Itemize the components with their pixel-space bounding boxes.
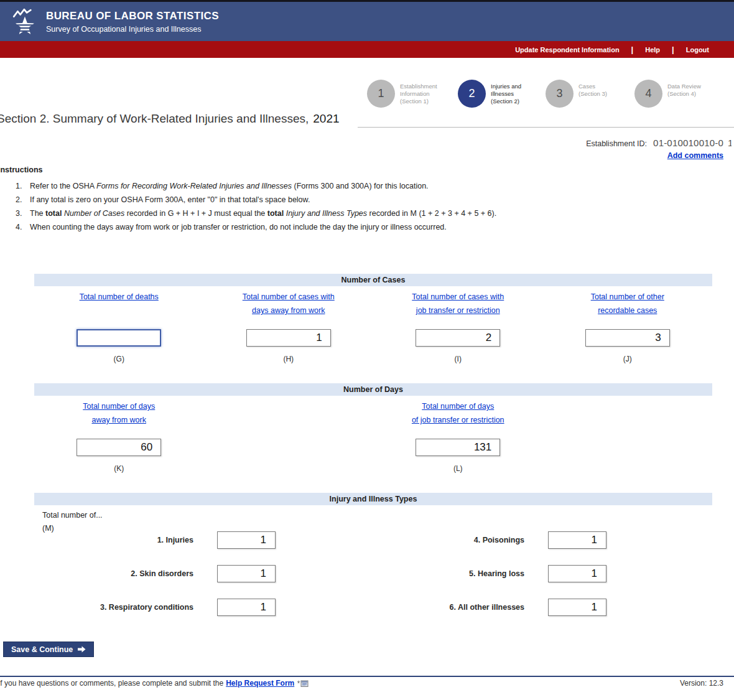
step-2-label: Injuries and Illnesses (Section 2)	[491, 80, 521, 108]
days-job-transfer-link-block: Total number of days of job transfer or …	[412, 399, 504, 427]
input-i-cases-job-transfer[interactable]	[416, 329, 500, 347]
save-continue-button[interactable]: Save & Continue	[3, 642, 94, 657]
instructions-section: Instructions 1. Refer to the OSHA Forms …	[0, 166, 734, 234]
instruction-item: 2. If any total is zero on your OSHA For…	[0, 193, 734, 207]
step-4-circle[interactable]: 4	[634, 80, 662, 108]
step-establishment-information[interactable]: 1 Establishment Information (Section 1)	[367, 80, 437, 108]
footer-message: If you have questions or comments, pleas…	[0, 679, 309, 688]
days-column-away-from-work: Total number of days away from work (K)	[34, 396, 204, 473]
types-intro-text: Total number of...	[42, 509, 712, 522]
nav-separator: |	[631, 45, 634, 54]
type-row-respiratory: 3. Respiratory conditions	[34, 599, 276, 616]
types-left-column: 1. Injuries 2. Skin disorders 3. Respira…	[34, 531, 276, 632]
cases-job-transfer-link-line1[interactable]: Total number of cases with	[412, 290, 504, 304]
number-of-cases-section: Number of Cases Total number of deaths (…	[34, 274, 712, 363]
field-letter-g: (G)	[114, 355, 124, 363]
days-away-link-line2[interactable]: away from work	[83, 413, 155, 427]
instruction-number: 2.	[16, 193, 26, 207]
input-m3-respiratory[interactable]	[217, 599, 276, 616]
input-m2-skin-disorders[interactable]	[217, 565, 276, 582]
input-k-days-away[interactable]	[77, 439, 161, 456]
skin-disorders-label: 2. Skin disorders	[131, 569, 193, 578]
instruction-item: 4. When counting the days away from work…	[0, 220, 734, 234]
step-data-review[interactable]: 4 Data Review (Section 4)	[634, 80, 701, 108]
cases-days-away-link-line2[interactable]: days away from work	[243, 304, 335, 317]
establishment-id-clipped: 1	[728, 138, 732, 148]
other-recordable-link-line1[interactable]: Total number of other	[591, 290, 664, 304]
days-column-spacer	[543, 396, 713, 473]
step-4-label-line: (Section 4)	[667, 90, 701, 98]
input-j-other-recordable[interactable]	[585, 329, 670, 347]
injury-illness-types-section: Injury and Illness Types Total number of…	[34, 493, 712, 648]
cases-days-away-link-line1[interactable]: Total number of cases with	[243, 290, 335, 304]
hearing-loss-label: 5. Hearing loss	[469, 569, 524, 578]
step-3-label: Cases (Section 3)	[578, 80, 607, 108]
step-1-label-line: Information	[400, 90, 437, 98]
cases-column-other-recordable: Total number of other recordable cases (…	[543, 286, 713, 363]
instruction-number: 3.	[16, 207, 26, 220]
field-letter-j: (J)	[623, 355, 632, 363]
instructions-list: 1. Refer to the OSHA Forms for Recording…	[0, 179, 734, 234]
step-4-label-line: Data Review	[667, 83, 701, 90]
other-recordable-link-line2[interactable]: recordable cases	[591, 304, 664, 317]
days-columns: Total number of days away from work (K) …	[34, 396, 712, 473]
add-comments-link[interactable]: Add comments	[667, 151, 723, 160]
type-row-all-other: 6. All other illnesses	[331, 599, 606, 616]
help-request-form-link[interactable]: Help Request Form	[226, 679, 294, 688]
instruction-text: Refer to the OSHA Forms for Recording Wo…	[30, 179, 429, 193]
deaths-link-block: Total number of deaths	[80, 290, 159, 317]
step-3-label-line: Cases	[578, 83, 607, 90]
step-injuries-illnesses[interactable]: 2 Injuries and Illnesses (Section 2)	[458, 80, 521, 108]
instruction-text: When counting the days away from work or…	[30, 220, 447, 234]
all-other-illnesses-label: 6. All other illnesses	[450, 603, 524, 612]
field-letter-k: (K)	[114, 464, 124, 473]
field-letter-h: (H)	[283, 355, 294, 363]
update-respondent-link[interactable]: Update Respondent Information	[515, 46, 619, 54]
bls-logo-icon	[12, 7, 39, 37]
step-2-label-line: Injuries and	[491, 83, 521, 90]
page-title: Section 2. Summary of Work-Related Injur…	[0, 112, 340, 126]
help-link[interactable]: Help	[645, 46, 660, 54]
cases-job-transfer-link-line2[interactable]: job transfer or restriction	[412, 304, 504, 317]
days-away-link-block: Total number of days away from work	[83, 399, 155, 427]
instruction-item: 1. Refer to the OSHA Forms for Recording…	[0, 179, 734, 193]
brand-block: BUREAU OF LABOR STATISTICS Survey of Occ…	[46, 10, 219, 34]
version-label: Version: 12.3	[680, 679, 723, 688]
cases-columns: Total number of deaths (G) Total number …	[34, 286, 712, 363]
days-job-transfer-link-line2[interactable]: of job transfer or restriction	[412, 413, 504, 427]
total-deaths-link[interactable]: Total number of deaths	[80, 290, 159, 304]
survey-year: 2021	[313, 112, 339, 125]
step-3-label-line: (Section 3)	[578, 90, 607, 98]
type-row-poisonings: 4. Poisonings	[331, 531, 606, 549]
input-m6-all-other[interactable]	[548, 599, 606, 616]
logout-link[interactable]: Logout	[686, 46, 709, 54]
step-2-circle[interactable]: 2	[458, 80, 486, 108]
input-h-cases-days-away[interactable]	[246, 329, 331, 347]
types-right-column: 4. Poisonings 5. Hearing loss 6. All oth…	[331, 531, 606, 632]
input-m4-poisonings[interactable]	[548, 531, 606, 549]
instruction-number: 1.	[16, 179, 26, 193]
input-m1-injuries[interactable]	[217, 531, 276, 549]
field-letter-i: (I)	[455, 355, 462, 363]
survey-subtitle: Survey of Occupational Injuries and Illn…	[46, 25, 219, 34]
respiratory-conditions-label: 3. Respiratory conditions	[100, 603, 193, 612]
input-l-days-job-transfer[interactable]	[416, 439, 500, 456]
establishment-id-label: Establishment ID:	[586, 139, 647, 148]
establishment-row: Establishment ID:01-010010010-0 1	[586, 138, 723, 148]
step-2-label-line: (Section 2)	[491, 98, 521, 105]
step-1-label-line: Establishment	[400, 83, 437, 90]
step-4-label: Data Review (Section 4)	[667, 80, 701, 108]
step-1-label: Establishment Information (Section 1)	[400, 80, 437, 108]
injuries-label: 1. Injuries	[157, 536, 193, 544]
cases-column-deaths: Total number of deaths (G)	[34, 286, 204, 363]
step-1-circle[interactable]: 1	[367, 80, 395, 108]
input-m5-hearing-loss[interactable]	[548, 565, 606, 582]
days-away-link-line1[interactable]: Total number of days	[83, 399, 155, 413]
number-of-days-section: Number of Days Total number of days away…	[34, 383, 712, 473]
days-job-transfer-link-line1[interactable]: Total number of days	[412, 399, 504, 413]
days-column-spacer	[204, 396, 374, 473]
step-3-circle[interactable]: 3	[546, 80, 574, 108]
input-g-total-deaths[interactable]	[77, 329, 161, 347]
step-cases[interactable]: 3 Cases (Section 3)	[546, 80, 607, 108]
nav-separator: |	[672, 45, 674, 54]
